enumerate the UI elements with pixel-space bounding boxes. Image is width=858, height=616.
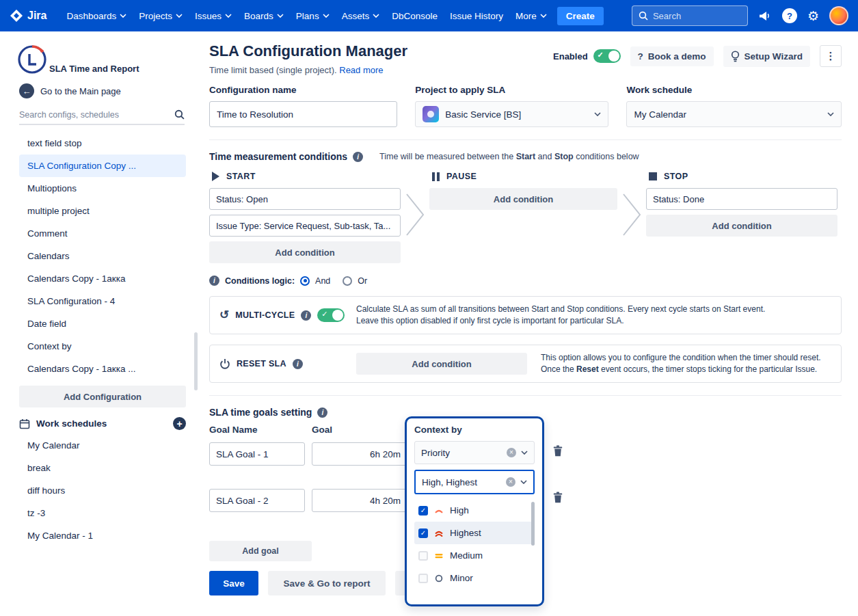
menu-item-high[interactable]: ✓ High: [414, 499, 535, 522]
checkbox-unchecked[interactable]: [418, 574, 428, 583]
config-name-input[interactable]: [209, 101, 397, 127]
schedule-item[interactable]: tz -3: [19, 502, 186, 524]
announcement-icon[interactable]: [759, 10, 772, 22]
config-item-selected[interactable]: SLA Configuration Copy ...: [19, 155, 186, 177]
help-icon[interactable]: ?: [782, 8, 797, 23]
context-field-value: Priority: [421, 448, 502, 458]
nav-item-dashboards[interactable]: Dashboards: [60, 7, 133, 25]
goal-value-input[interactable]: [312, 489, 407, 512]
schedule-item[interactable]: My Calendar: [19, 434, 186, 457]
pause-add-condition-button[interactable]: Add condition: [429, 188, 617, 210]
goal-value-input[interactable]: [312, 442, 407, 466]
checkbox-unchecked[interactable]: [418, 551, 428, 561]
info-icon[interactable]: i: [317, 407, 327, 418]
config-item[interactable]: SLA Configuration - 4: [19, 290, 186, 312]
user-avatar[interactable]: [829, 6, 848, 25]
save-go-to-report-button[interactable]: Save & Go to report: [268, 571, 386, 595]
chevron-down-icon: [540, 14, 547, 18]
info-icon[interactable]: i: [209, 276, 219, 286]
config-item[interactable]: Multioptions: [19, 177, 186, 200]
add-goal-button[interactable]: Add goal: [209, 541, 312, 561]
context-values-select[interactable]: High, Highest ×: [414, 470, 535, 494]
menu-item-highest[interactable]: ✓ Highest: [414, 522, 535, 544]
nav-item-assets[interactable]: Assets: [336, 7, 386, 25]
nav-item-dbconsole[interactable]: DbConsole: [386, 7, 444, 25]
read-more-link[interactable]: Read more: [339, 65, 383, 75]
info-icon[interactable]: i: [353, 152, 363, 162]
info-icon[interactable]: i: [301, 310, 311, 321]
config-item[interactable]: Calendars Copy - 1акка ...: [19, 358, 186, 380]
stop-condition-1[interactable]: Status: Done: [646, 188, 837, 210]
start-condition-2[interactable]: Issue Type: Service Request, Sub-task, T…: [209, 215, 401, 237]
jira-logo[interactable]: Jira: [10, 9, 46, 23]
start-condition-1[interactable]: Status: Open: [209, 188, 401, 210]
config-item[interactable]: Comment: [19, 222, 186, 245]
nav-item-issue-history[interactable]: Issue History: [444, 7, 509, 25]
goal-name-input[interactable]: [209, 442, 305, 466]
clear-icon[interactable]: ×: [507, 448, 516, 457]
enabled-toggle[interactable]: ✓: [593, 49, 621, 63]
multi-cycle-toggle[interactable]: ✓: [317, 308, 345, 322]
nav-item-more[interactable]: More: [509, 7, 553, 25]
context-by-panel: Context by Priority × High, Highest × ✓ …: [405, 416, 544, 606]
context-field-select[interactable]: Priority ×: [414, 441, 535, 464]
sidebar-scrollbar[interactable]: [194, 332, 198, 390]
back-arrow-icon: ←: [19, 83, 34, 98]
create-button[interactable]: Create: [557, 7, 604, 25]
clear-icon[interactable]: ×: [506, 477, 515, 487]
title-block: SLA Configuration Manager Time limit bas…: [209, 42, 407, 75]
add-schedule-icon[interactable]: +: [173, 417, 186, 430]
checkbox-checked[interactable]: ✓: [418, 506, 428, 515]
schedule-item[interactable]: My Calendar - 1: [19, 524, 186, 547]
checkbox-checked[interactable]: ✓: [418, 528, 428, 538]
goal-name-input[interactable]: [209, 489, 305, 512]
work-schedules-header: Work schedules +: [19, 417, 186, 430]
search-input[interactable]: [653, 11, 735, 21]
reset-add-condition-button[interactable]: Add condition: [356, 353, 527, 375]
nav-item-plans[interactable]: Plans: [290, 7, 336, 25]
section-divider: [209, 395, 842, 396]
main-content: SLA Configuration Manager Time limit bas…: [200, 31, 858, 616]
project-select[interactable]: Basic Service [BS]: [415, 101, 608, 127]
sidebar-search-input[interactable]: [19, 110, 174, 120]
go-to-main-page-link[interactable]: ← Go to the Main page: [19, 83, 200, 98]
config-item[interactable]: Context by: [19, 335, 186, 358]
menu-scrollbar[interactable]: [531, 502, 535, 546]
settings-gear-icon[interactable]: ⚙: [807, 10, 819, 23]
logic-and-radio[interactable]: [300, 276, 310, 286]
setup-wizard-button[interactable]: Setup Wizard: [723, 46, 810, 67]
global-search[interactable]: [632, 5, 748, 26]
logic-or-radio[interactable]: [343, 276, 352, 286]
app-logo-row: SLA Time and Report: [16, 44, 200, 75]
nav-item-boards[interactable]: Boards: [238, 7, 290, 25]
goals-section: Goal Name Goal Add goal Save Save & Go t…: [209, 425, 842, 605]
config-item[interactable]: text field stop: [19, 132, 186, 155]
info-icon[interactable]: i: [293, 359, 303, 369]
add-configuration-button[interactable]: Add Configuration: [19, 386, 186, 407]
book-demo-button[interactable]: ? Book a demo: [630, 46, 714, 66]
config-item[interactable]: Calendars Copy - 1акка: [19, 267, 186, 290]
menu-item-minor[interactable]: Minor: [414, 567, 535, 589]
nav-icon-cluster: ? ⚙: [759, 6, 848, 25]
chevron-down-icon: [120, 14, 126, 18]
nav-item-projects[interactable]: Projects: [133, 7, 189, 25]
config-item[interactable]: multiple project: [19, 200, 186, 222]
save-button[interactable]: Save: [209, 571, 258, 595]
work-schedule-select[interactable]: My Calendar: [626, 101, 842, 127]
schedule-item[interactable]: diff hours: [19, 479, 186, 502]
delete-goal-icon[interactable]: [552, 492, 563, 503]
stop-add-condition-button[interactable]: Add condition: [646, 215, 837, 237]
menu-item-medium[interactable]: Medium: [414, 544, 535, 567]
delete-goal-icon[interactable]: [552, 445, 563, 457]
sidebar-search[interactable]: [19, 109, 185, 125]
config-item[interactable]: Calendars: [19, 245, 186, 267]
nav-item-issues[interactable]: Issues: [189, 7, 238, 25]
config-item[interactable]: Date field: [19, 312, 186, 335]
page-subtitle: Time limit based (single project). Read …: [209, 65, 407, 75]
kebab-menu-icon[interactable]: ⋮: [820, 45, 842, 67]
config-list: text field stop SLA Configuration Copy .…: [19, 132, 186, 380]
chevron-down-icon: [594, 112, 601, 116]
goals-title: SLA time goals setting: [209, 407, 312, 418]
start-add-condition-button[interactable]: Add condition: [209, 241, 401, 263]
schedule-item[interactable]: break: [19, 457, 186, 479]
